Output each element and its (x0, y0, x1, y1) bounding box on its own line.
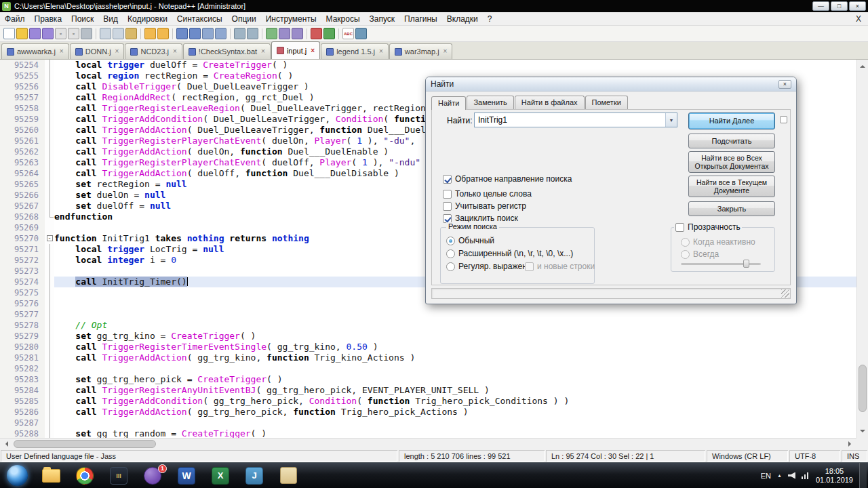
line-number[interactable]: 95270 (0, 233, 45, 244)
menu-item-i12[interactable]: ? (483, 13, 497, 25)
taskbar-item-jass-editor-icon[interactable]: J (237, 464, 271, 488)
status-eol-format[interactable]: Windows (CR LF) (707, 450, 788, 462)
taskbar-item-viber-icon[interactable]: 1 (136, 464, 170, 488)
open-folder-icon[interactable] (16, 28, 28, 39)
menu-item-i11[interactable]: Вкладки (442, 13, 483, 25)
fold-margin[interactable] (45, 70, 54, 81)
line-number[interactable]: 95268 (0, 211, 45, 222)
language-indicator[interactable]: EN (761, 472, 771, 480)
line-number[interactable]: 95272 (0, 255, 45, 266)
status-insert-mode[interactable]: INS (842, 450, 867, 462)
fold-margin[interactable] (45, 352, 54, 363)
document-map-icon[interactable] (355, 28, 367, 39)
scroll-up-icon[interactable] (860, 62, 865, 68)
horizontal-scrollbar[interactable] (0, 438, 856, 449)
tab-input-j[interactable]: input.j× (271, 41, 320, 59)
menu-item-i6[interactable]: Опции (227, 13, 261, 25)
taskbar-item-word-icon[interactable]: W (170, 464, 203, 488)
tab-close-icon[interactable]: × (60, 48, 64, 55)
fold-margin[interactable] (45, 211, 54, 222)
fold-margin[interactable] (45, 114, 54, 125)
line-number[interactable]: 95259 (0, 114, 45, 125)
code-text[interactable]: set gg_trg_random = CreateTrigger( ) (54, 428, 856, 438)
line-number[interactable]: 95273 (0, 266, 45, 277)
match-case-option[interactable]: Учитывать регистр (443, 201, 526, 211)
print-icon[interactable] (81, 28, 92, 39)
close-find-button[interactable]: Закрыть (688, 201, 775, 216)
code-text[interactable]: set gg_trg_kino = CreateTrigger( ) (54, 331, 856, 342)
mode-normal-radio[interactable] (446, 237, 455, 245)
tab-close-icon[interactable]: × (173, 48, 177, 55)
hidden-icons-arrow[interactable]: ▲ (777, 473, 782, 478)
count-button[interactable]: Подсчитать (688, 134, 775, 148)
sync-horizontal-icon[interactable] (247, 28, 258, 39)
find-dialog-close-button[interactable]: × (778, 80, 791, 89)
fold-margin[interactable] (45, 298, 54, 309)
zoom-out-icon[interactable] (215, 28, 226, 39)
line-number[interactable]: 95260 (0, 125, 45, 136)
line-number[interactable]: 95282 (0, 363, 45, 374)
save-icon[interactable] (29, 28, 41, 39)
tab-find-in-files[interactable]: Найти в файлах (515, 96, 585, 109)
tab-close-icon[interactable]: × (443, 48, 448, 55)
fold-margin[interactable] (45, 374, 54, 385)
taskbar-item-explorer-icon[interactable] (34, 464, 68, 488)
line-number[interactable]: 95255 (0, 70, 45, 81)
backward-direction-option[interactable]: Обратное направление поиска (443, 174, 572, 184)
code-text[interactable] (54, 418, 856, 428)
line-number[interactable]: 95271 (0, 244, 45, 255)
menu-item-i8[interactable]: Макросы (321, 13, 365, 25)
taskbar-item-jasshelper-icon[interactable] (271, 464, 305, 488)
tab-close-icon[interactable]: × (261, 48, 265, 55)
tab-close-icon[interactable]: × (379, 48, 383, 55)
fold-margin[interactable]: - (45, 233, 54, 244)
clock[interactable]: 18:05 01.01.2019 (816, 467, 853, 485)
fold-margin[interactable] (45, 309, 54, 320)
new-file-icon[interactable] (3, 28, 15, 39)
tab-donn-j[interactable]: DONN.j× (70, 43, 125, 59)
line-number[interactable]: 95264 (0, 168, 45, 179)
fold-margin[interactable] (45, 418, 54, 428)
fold-margin[interactable] (45, 103, 54, 114)
line-number[interactable]: 95258 (0, 103, 45, 114)
fold-margin[interactable] (45, 363, 54, 374)
taskbar-item-excel-icon[interactable]: X (203, 464, 237, 488)
transparency-checkbox[interactable] (675, 223, 684, 232)
fold-margin[interactable] (45, 201, 54, 211)
tab-replace[interactable]: Заменить (467, 96, 513, 109)
fold-margin[interactable] (45, 428, 54, 438)
horizontal-scroll-thumb[interactable] (14, 440, 156, 448)
line-number[interactable]: 95288 (0, 428, 45, 438)
line-number[interactable]: 95280 (0, 342, 45, 352)
menu-item-i3[interactable]: Вид (98, 13, 123, 25)
transparency-option[interactable]: Прозрачность (674, 222, 742, 232)
find-dialog-title-bar[interactable]: Найти × (426, 77, 796, 92)
line-number[interactable]: 95267 (0, 201, 45, 211)
vertical-scrollbar[interactable] (856, 60, 868, 438)
menu-item-i7[interactable]: Инструменты (261, 13, 321, 25)
paste-icon[interactable] (125, 28, 137, 39)
menu-close-icon[interactable]: X (849, 14, 868, 24)
whole-word-option[interactable]: Только целые слова (443, 189, 532, 199)
play-macro-icon[interactable] (323, 28, 335, 39)
code-text[interactable]: set gg_trg_hero_pick = CreateTrigger( ) (54, 374, 856, 385)
minimize-button[interactable]: — (812, 1, 829, 11)
wrap-around-checkbox[interactable] (443, 214, 452, 223)
fold-margin[interactable] (45, 277, 54, 287)
line-number[interactable]: 95278 (0, 320, 45, 331)
show-desktop-button[interactable] (859, 463, 867, 488)
find-next-mini-checkbox[interactable] (780, 116, 787, 123)
taskbar-item-start-button[interactable] (0, 464, 34, 488)
line-number[interactable]: 95257 (0, 92, 45, 103)
save-all-icon[interactable] (42, 28, 54, 39)
line-number[interactable]: 95266 (0, 190, 45, 201)
menu-item-i10[interactable]: Плагины (399, 13, 442, 25)
mode-extended-radio[interactable] (446, 249, 455, 258)
fold-margin[interactable] (45, 331, 54, 342)
menu-item-i1[interactable]: Правка (30, 13, 67, 25)
code-text[interactable]: call TriggerAddAction( gg_trg_hero_pick,… (54, 407, 856, 418)
status-encoding[interactable]: UTF-8 (789, 450, 840, 462)
sync-vertical-icon[interactable] (234, 28, 245, 39)
taskbar-item-warcraft3-icon[interactable]: III (102, 464, 136, 488)
close-button[interactable]: × (849, 1, 866, 11)
